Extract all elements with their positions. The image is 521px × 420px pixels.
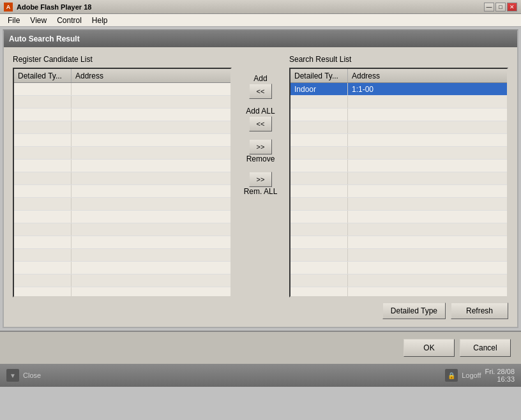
left-list-row[interactable] — [14, 287, 230, 297]
middle-buttons: Add << Add ALL << >> Remove >> Rem. ALL — [238, 55, 283, 202]
left-cell-type — [14, 109, 72, 121]
left-list-body — [14, 83, 230, 297]
window-title: Auto Search Result — [9, 34, 80, 43]
right-list-row[interactable] — [291, 160, 507, 172]
right-list-row[interactable] — [291, 262, 507, 274]
right-cell-type — [291, 160, 348, 172]
left-cell-address — [72, 121, 230, 133]
right-panel-label: Search Result List — [289, 55, 508, 64]
maximize-button[interactable]: □ — [495, 3, 506, 11]
right-list-row[interactable] — [291, 223, 507, 236]
right-cell-type — [291, 134, 348, 146]
right-list-row[interactable] — [291, 249, 507, 262]
right-cell-address — [348, 147, 507, 159]
left-list-row[interactable] — [14, 262, 230, 274]
removeall-label: Rem. ALL — [244, 187, 278, 196]
left-cell-address — [72, 274, 230, 287]
left-list-row[interactable] — [14, 83, 230, 96]
left-list-row[interactable] — [14, 96, 230, 109]
status-bar: ▼ Close 🔒 Logoff Fri. 28/0816:33 — [0, 364, 521, 387]
right-cell-address — [348, 134, 507, 146]
right-list-row[interactable] — [291, 236, 507, 249]
addall-label: Add ALL — [246, 107, 275, 116]
left-list-row[interactable] — [14, 147, 230, 160]
right-list-row[interactable] — [291, 198, 507, 211]
right-list-row[interactable] — [291, 96, 507, 109]
remove-button[interactable]: >> — [249, 139, 272, 154]
addall-button[interactable]: << — [249, 116, 272, 131]
left-cell-type — [14, 83, 72, 95]
left-cell-address — [72, 96, 230, 108]
right-list-row[interactable] — [291, 185, 507, 198]
logoff-icon: 🔒 — [445, 369, 458, 382]
left-cell-address — [72, 134, 230, 146]
close-button[interactable]: ✕ — [507, 3, 517, 11]
left-cell-address — [72, 147, 230, 159]
left-list-row[interactable] — [14, 109, 230, 121]
right-cell-address — [348, 211, 507, 223]
remove-label: Remove — [246, 154, 275, 163]
left-panel-label: Register Candidate List — [13, 55, 232, 64]
right-cell-address — [348, 249, 507, 261]
left-list-row[interactable] — [14, 121, 230, 134]
removeall-group: >> Rem. ALL — [244, 172, 278, 197]
right-list-row[interactable] — [291, 147, 507, 160]
add-group: Add << — [249, 74, 272, 99]
left-cell-type — [14, 147, 72, 159]
window-title-bar: Auto Search Result — [4, 31, 517, 47]
left-list-row[interactable] — [14, 223, 230, 236]
left-cell-address — [72, 262, 230, 274]
right-list-row[interactable] — [291, 172, 507, 185]
left-cell-type — [14, 121, 72, 133]
refresh-button[interactable]: Refresh — [451, 303, 508, 319]
close-label[interactable]: Close — [23, 371, 41, 379]
menu-file[interactable]: File — [3, 15, 25, 26]
right-cell-address — [348, 121, 507, 133]
left-cell-type — [14, 262, 72, 274]
register-candidate-list[interactable]: Detailed Ty... Address — [13, 68, 232, 297]
title-bar: A Adobe Flash Player 18 — □ ✕ — [0, 0, 521, 14]
right-cell-type — [291, 185, 348, 197]
left-cell-type — [14, 223, 72, 236]
detailed-type-button[interactable]: Detailed Type — [382, 303, 446, 319]
left-list-row[interactable] — [14, 211, 230, 223]
left-list-row[interactable] — [14, 172, 230, 185]
right-list-row[interactable] — [291, 134, 507, 147]
left-list-row[interactable] — [14, 236, 230, 249]
right-cell-type — [291, 236, 348, 248]
left-cell-address — [72, 185, 230, 197]
add-button[interactable]: << — [249, 84, 272, 99]
right-list-row[interactable]: Indoor1:1-00 — [291, 83, 507, 96]
left-list-row[interactable] — [14, 134, 230, 147]
main-window: Auto Search Result Register Candidate Li… — [3, 29, 518, 328]
add-label: Add — [253, 74, 267, 83]
menu-control[interactable]: Control — [52, 15, 87, 26]
left-list-row[interactable] — [14, 198, 230, 211]
right-cell-address — [348, 160, 507, 172]
right-cell-type — [291, 274, 348, 287]
right-list-row[interactable] — [291, 287, 507, 297]
left-list-row[interactable] — [14, 185, 230, 198]
right-cell-address — [348, 96, 507, 108]
right-list-row[interactable] — [291, 274, 507, 287]
right-cell-address — [348, 262, 507, 274]
search-result-list[interactable]: Detailed Ty... Address Indoor1:1-00 — [289, 68, 508, 297]
right-cell-type — [291, 287, 348, 297]
left-list-row[interactable] — [14, 160, 230, 172]
left-cell-address — [72, 83, 230, 95]
menu-help[interactable]: Help — [87, 15, 113, 26]
cancel-button[interactable]: Cancel — [460, 339, 511, 357]
left-list-row[interactable] — [14, 249, 230, 262]
logoff-label[interactable]: Logoff — [462, 371, 481, 379]
ok-button[interactable]: OK — [404, 339, 455, 357]
minimize-button[interactable]: — — [484, 3, 494, 11]
left-list-row[interactable] — [14, 274, 230, 287]
title-bar-text: Adobe Flash Player 18 — [17, 3, 484, 11]
removeall-button[interactable]: >> — [249, 172, 272, 187]
right-list-row[interactable] — [291, 109, 507, 121]
right-list-row[interactable] — [291, 211, 507, 223]
right-cell-type — [291, 198, 348, 210]
right-list-row[interactable] — [291, 121, 507, 134]
menu-view[interactable]: View — [25, 15, 52, 26]
right-cell-address — [348, 185, 507, 197]
